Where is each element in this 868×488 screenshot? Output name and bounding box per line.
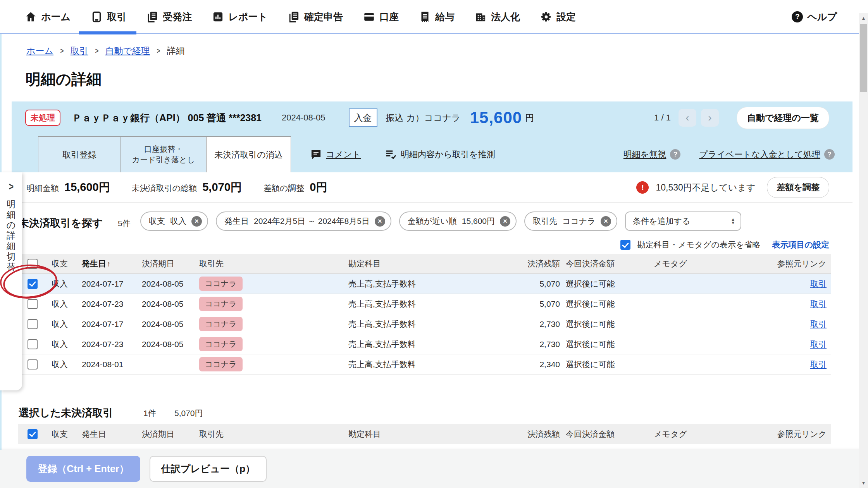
cell-balance: 5,070 [515,299,560,309]
cell-amount: 選択後に可能 [560,278,632,289]
row-checkbox[interactable] [28,279,38,289]
panel-vertical-label: 明 細 の 詳 細 切 替 [7,199,16,272]
transaction-link[interactable]: 取引 [810,360,827,369]
cell-link: 取引 [752,359,831,370]
cell-date: 2024-07-23 [82,299,142,309]
close-icon[interactable]: × [601,216,611,227]
ignore-statement-link[interactable]: 明細を無視 ? [623,149,681,160]
status-badge: 未処理 [25,110,60,126]
nav-item-tax-return[interactable]: 確定申告 [288,0,343,34]
tab-settlement-matching[interactable]: 未決済取引の消込 [206,136,291,172]
close-icon[interactable]: × [191,216,202,227]
row-checkbox[interactable] [28,319,38,329]
cell-date: 2024-07-17 [82,279,142,289]
panel-char: 細 [7,210,16,220]
incorporation-icon [475,11,487,23]
nav-label: レポート [228,10,268,23]
table-row: 収入 2024-07-17 2024-08-05 ココナラ 売上高,支払手数料 … [18,314,831,334]
header-cell-date[interactable]: 発生日↑ [82,258,142,269]
scroll-up-icon[interactable]: ▲ [859,13,868,23]
add-condition-select[interactable]: 条件を追加する ▲ ▼ [625,211,741,231]
chevron-right-icon: › [708,112,711,124]
nav-item-transactions[interactable]: 取引 [91,0,126,34]
scrollbar-thumb[interactable] [860,24,867,92]
filter-value: 2024年2月5日 ～ 2024年8月5日 [254,216,370,227]
nav-label: 取引 [107,10,126,23]
nav-item-payroll[interactable]: 給与 [419,0,455,34]
nav-label: ホーム [41,10,71,23]
cell-due: 2024-08-05 [142,320,199,329]
omit-account-memo-label: 勘定科目・メモタグの表示を省略 [637,239,761,250]
comment-link[interactable]: コメント [310,148,361,160]
deposit-type-label: 入金 [349,108,377,127]
cell-due: 2024-08-05 [142,340,199,349]
unsettled-total-value: 5,070円 [202,180,242,195]
header-cell-balance: 決済残額 [515,429,560,440]
breadcrumb-auto-accounting[interactable]: 自動で経理 [105,45,150,57]
nav-item-home[interactable]: ホーム [25,0,71,34]
breadcrumb-transactions[interactable]: 取引 [71,45,88,57]
chevron-left-icon: ‹ [685,112,689,124]
infer-transaction-link[interactable]: 明細内容から取引を推測 [385,148,495,160]
adjust-difference-button[interactable]: 差額を調整 [767,177,829,198]
question-icon[interactable]: ? [670,149,680,160]
row-checkbox[interactable] [28,339,38,349]
transaction-link[interactable]: 取引 [810,320,827,328]
filter-value: 15,600円 [462,216,495,227]
cell-income: 収入 [47,299,82,309]
cell-due: 2024-08-05 [142,279,199,289]
next-statement-button[interactable]: › [701,109,719,127]
page-title: 明細の詳細 [26,69,102,90]
help-button[interactable]: ? ヘルプ [792,10,837,23]
nav-item-reports[interactable]: レポート [212,0,268,34]
cell-link: 取引 [752,319,831,330]
private-deposit-link[interactable]: プライベートな入金として処理 ? [699,149,835,160]
row-checkbox[interactable] [28,299,38,309]
close-icon[interactable]: × [500,216,510,227]
question-icon[interactable]: ? [824,149,835,160]
pagination-label: 1 / 1 [654,113,671,123]
header-cell-memo: メモタグ [632,429,752,440]
breadcrumb-home[interactable]: ホーム [26,45,53,57]
header-cell-memo: メモタグ [632,258,752,269]
cell-partner: ココナラ [199,357,348,371]
app-window: ホーム 取引 受発注 レポート 確定申告 口座 給与 法人化 [0,0,868,488]
tab-transfer-card[interactable]: 口座振替・ カード引き落とし [121,136,207,172]
nav-item-orders[interactable]: 受発注 [146,0,192,34]
scroll-down-icon[interactable]: ▼ [859,478,868,488]
register-button[interactable]: 登録（Ctrl + Enter） [26,456,140,482]
display-settings-link[interactable]: 表示項目の設定 [772,239,830,250]
nav-item-settings[interactable]: 設定 [540,0,576,34]
transaction-link[interactable]: 取引 [810,340,827,349]
auto-accounting-list-button[interactable]: 自動で経理の一覧 [737,107,829,129]
select-all-checkbox[interactable] [28,259,38,269]
banner-right-links: 明細を無視 ? プライベートな入金として処理 ? [623,136,835,172]
chevron-right-icon: > [60,46,64,55]
header-cell-amount: 今回決済金額 [560,429,632,440]
omit-account-memo-checkbox[interactable] [620,240,630,250]
nav-item-accounts[interactable]: 口座 [363,0,399,34]
nav-label: 確定申告 [304,10,343,23]
panel-char: 替 [7,262,16,272]
statement-summary-row: 未処理 ＰａｙＰａｙ銀行（API） 005 普通 ***2381 2024-08… [12,106,852,129]
filter-chip-partner: 取引先 ココナラ × [524,211,617,231]
tab-register-transaction[interactable]: 取引登録 [38,136,121,172]
nav-item-incorporation[interactable]: 法人化 [475,0,520,34]
row-checkbox[interactable] [28,359,38,369]
difference-adjust-value: 0円 [310,180,327,195]
cell-balance: 5,070 [515,279,560,289]
unsettled-total-label: 未決済取引の総額 [132,183,197,194]
breadcrumb-current: 詳細 [167,45,185,57]
prev-statement-button[interactable]: ‹ [679,109,696,127]
panel-expand-icon[interactable]: > [9,181,14,193]
filter-name: 収支 [149,216,165,227]
transaction-link[interactable]: 取引 [810,279,827,288]
select-all-checkbox[interactable] [28,429,38,439]
close-icon[interactable]: × [375,216,385,227]
journal-preview-button[interactable]: 仕訳プレビュー（p） [150,456,267,482]
partner-chip: ココナラ [199,357,243,371]
selected-total: 5,070円 [174,408,203,419]
transaction-link[interactable]: 取引 [810,299,827,308]
statement-amount: 15,600 [470,108,522,127]
tab-label: 取引登録 [62,149,96,160]
